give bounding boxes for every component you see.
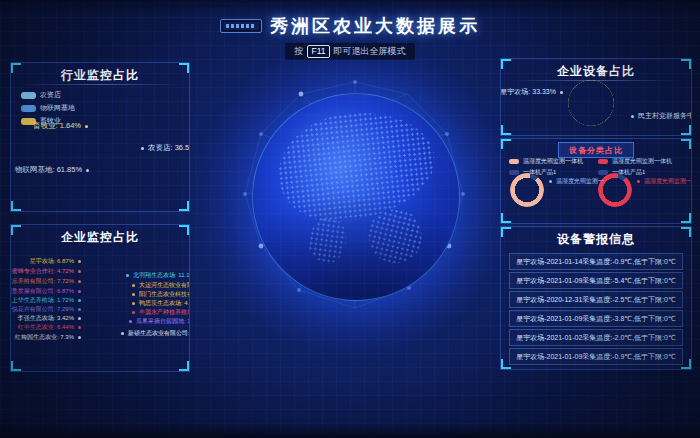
panel-device-ratio: 企业设备占比 星宇农场: 33.33% 民主村党群服务中心: [500, 58, 692, 136]
alarm-row: 星宇农场-2021-01-09采集温度:-5.4℃,低于下限:0℃: [509, 272, 683, 289]
legend-label: 农资店: [40, 90, 61, 100]
page-title: 秀洲区农业大数据展示: [270, 14, 480, 38]
chart-label: 北羽翔生态农场: 11.16%: [126, 271, 190, 280]
chart-label: 星宇农场: 6.87%: [30, 257, 81, 266]
chart-label: 家乐养殖有限公司: 7.72%: [10, 277, 81, 286]
panel-enterprise-monitor: 企业监控占比 星宇农场: 6.87% 彩蝶蜜蜂专业合作社: 4.72% 家乐养殖…: [10, 224, 190, 372]
legend-item[interactable]: 物联网基地: [21, 103, 75, 113]
chart-label-livestock: 畜牧业: 1.64%: [33, 121, 88, 131]
chart-label: 红梅园生态农业: 7.3%: [15, 333, 81, 342]
chart-callout-right: 温湿度光照监测一: [637, 177, 692, 186]
device-donut-chart[interactable]: [568, 80, 614, 126]
hint-suffix: 即可退出全屏模式: [334, 45, 406, 58]
dashboard: 秀洲区农业大数据展示 按 F11 即可退出全屏模式 行业监控占比 农资店 物联网…: [0, 0, 700, 438]
chart-label: 丰源水产种植养殖场: 1.: [132, 308, 190, 317]
legend-swatch: [509, 170, 519, 175]
chart-label-store: 农资店: 36.51%: [141, 143, 190, 153]
chart-label: 新硕生态农业有限公司: 6.87%: [121, 329, 190, 338]
panel-title: 行业监控占比: [11, 67, 189, 84]
chart-label: 围垦发展有限公司: 6.87%: [10, 287, 81, 296]
alarm-row: 星宇农场-2021-01-09采集温度:-3.8℃,低于下限:0℃: [509, 310, 683, 327]
divider: [19, 84, 181, 85]
alarm-row: 星宇农场-2021-01-09采集温度:-0.9℃,低于下限:0℃: [509, 348, 683, 365]
legend-item[interactable]: 温湿度光照监测一体机: [509, 157, 583, 166]
panel-title-badge: 设备分类占比: [558, 142, 634, 158]
chart-label: 彩蝶蜜蜂专业合作社: 4.72%: [10, 267, 81, 276]
legend-swatch: [598, 159, 608, 164]
chart-label: 红丰生态农业: 6.44%: [18, 323, 81, 332]
industry-donut-chart[interactable]: [78, 135, 130, 187]
chart-label-left: 星宇农场: 33.33%: [500, 87, 563, 97]
legend-swatch: [21, 105, 36, 112]
legend-swatch: [21, 92, 36, 99]
panel-device-category: 设备分类占比 温湿度光照监测一体机 一体机产品1 温湿度光照监测一体机 一体机产…: [500, 138, 692, 224]
hint-prefix: 按: [294, 45, 303, 58]
panel-device-alarms: 设备警报信息 星宇农场-2021-01-14采集温度:-0.9℃,低于下限:0℃…: [500, 226, 692, 370]
enterprise-donut-chart[interactable]: [85, 272, 127, 314]
chart-callout-left: 温湿度光照监测一: [549, 177, 604, 186]
panel-industry-monitor: 行业监控占比 农资店 物联网基地 畜牧业 畜牧业: 1.64% 农资店: 36.…: [10, 62, 190, 212]
legend-label: 温湿度光照监测一体机: [612, 157, 672, 166]
f11-key-icon: F11: [307, 45, 329, 58]
legend-item[interactable]: 农资店: [21, 90, 75, 100]
legend-label: 物联网基地: [40, 103, 75, 113]
alarm-row: 星宇农场-2021-01-14采集温度:-0.9℃,低于下限:0℃: [509, 253, 683, 270]
header: 秀洲区农业大数据展示 按 F11 即可退出全屏模式: [0, 14, 700, 60]
chart-label: 瓜果采摘自留园地: 15.02%: [129, 317, 190, 326]
logo-badge: [220, 19, 262, 33]
chart-label: 上华生态养殖场: 1.72%: [12, 296, 81, 305]
legend-label: 温湿度光照监测一体机: [523, 157, 583, 166]
title-row: 秀洲区农业大数据展示: [0, 14, 700, 38]
alarm-row: 星宇农场-2020-12-31采集温度:-2.5℃,低于下限:0℃: [509, 291, 683, 308]
chart-label: 大运河生态牧业有限责任公: [132, 281, 190, 290]
chart-label: 李强生态农场: 3.42%: [18, 314, 81, 323]
globe: [252, 93, 460, 301]
globe-shading: [253, 94, 459, 300]
legend-item[interactable]: 温湿度光照监测一体机: [598, 157, 672, 166]
panel-title: 设备警报信息: [501, 231, 691, 248]
chart-label: 阳门生态农业科技有限公司: [132, 290, 190, 299]
chart-label: 中悦花卉有限公司: 7.29%: [10, 305, 81, 314]
alarm-row: 星宇农场-2021-01-02采集温度:-2.0℃,低于下限:0℃: [509, 329, 683, 346]
legend-swatch: [509, 159, 519, 164]
category-left-donut-chart[interactable]: [510, 173, 544, 207]
chart-label: 鸭思茨生态农场: 4.29: [132, 299, 190, 308]
fullscreen-hint: 按 F11 即可退出全屏模式: [285, 43, 414, 60]
panel-title: 企业监控占比: [11, 229, 189, 246]
chart-label-iot: 物联网基地: 61.85%: [15, 165, 89, 175]
panel-title: 企业设备占比: [501, 63, 691, 80]
chart-label-right: 民主村党群服务中心: [631, 111, 692, 121]
